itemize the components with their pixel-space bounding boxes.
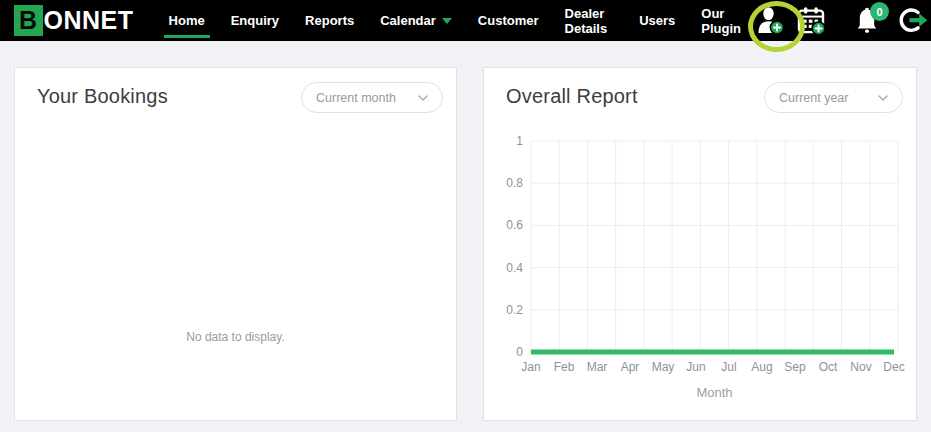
- report-card-title: Overall Report: [506, 85, 638, 108]
- notifications-button[interactable]: 0: [852, 5, 883, 36]
- empty-state-message: No data to display.: [15, 330, 456, 344]
- nav-item-reports[interactable]: Reports: [292, 0, 367, 41]
- add-booking-button[interactable]: [795, 5, 826, 36]
- svg-text:Aug: Aug: [751, 360, 772, 374]
- report-period-value: Current year: [779, 91, 848, 105]
- overall-report-card: Overall Report Current year 00.20.40.60.…: [483, 67, 917, 421]
- svg-text:Mar: Mar: [587, 360, 608, 374]
- svg-text:0.2: 0.2: [506, 303, 523, 317]
- svg-text:0.8: 0.8: [506, 176, 523, 190]
- add-user-button[interactable]: [754, 5, 785, 36]
- svg-text:Nov: Nov: [850, 360, 871, 374]
- navbar-actions: 0: [754, 5, 931, 36]
- main-nav: HomeEnquiryReportsCalendarCustomerDealer…: [156, 0, 754, 41]
- nav-item-dealer-details[interactable]: Dealer Details: [552, 0, 627, 41]
- svg-text:1: 1: [516, 134, 523, 148]
- chevron-down-icon: [878, 95, 888, 101]
- logout-icon: [898, 6, 928, 36]
- nav-item-home[interactable]: Home: [156, 0, 218, 41]
- logout-button[interactable]: [897, 5, 928, 36]
- notification-count-badge: 0: [870, 2, 889, 21]
- calendar-plus-icon: [796, 6, 826, 36]
- top-navbar: BONNET HomeEnquiryReportsCalendarCustome…: [0, 0, 931, 41]
- svg-text:Apr: Apr: [621, 360, 640, 374]
- bookings-period-value: Current month: [316, 91, 396, 105]
- bookings-card-title: Your Bookings: [37, 85, 168, 108]
- svg-text:Oct: Oct: [819, 360, 838, 374]
- nav-item-enquiry[interactable]: Enquiry: [218, 0, 292, 41]
- svg-text:0.4: 0.4: [506, 261, 523, 275]
- brand-logo[interactable]: BONNET: [14, 5, 134, 36]
- x-axis-label: Month: [696, 385, 732, 400]
- nav-item-customer[interactable]: Customer: [465, 0, 552, 41]
- svg-text:0.6: 0.6: [506, 218, 523, 232]
- nav-item-users[interactable]: Users: [626, 0, 688, 41]
- nav-item-our-plugin[interactable]: Our Plugin: [688, 0, 754, 41]
- svg-text:Sep: Sep: [784, 360, 806, 374]
- svg-text:May: May: [652, 360, 675, 374]
- caret-down-icon: [442, 18, 452, 24]
- bookings-period-select[interactable]: Current month: [301, 82, 443, 113]
- brand-logo-b: B: [14, 5, 43, 36]
- chevron-down-icon: [418, 95, 428, 101]
- svg-text:Feb: Feb: [554, 360, 575, 374]
- dashboard-page: BONNET HomeEnquiryReportsCalendarCustome…: [0, 0, 931, 432]
- nav-item-calendar[interactable]: Calendar: [367, 0, 465, 41]
- svg-text:Jul: Jul: [721, 360, 736, 374]
- your-bookings-card: Your Bookings Current month No data to d…: [14, 67, 457, 421]
- svg-text:Jan: Jan: [521, 360, 540, 374]
- svg-text:Jun: Jun: [686, 360, 705, 374]
- svg-text:0: 0: [516, 345, 523, 359]
- report-period-select[interactable]: Current year: [764, 82, 903, 113]
- person-plus-icon: [755, 6, 785, 36]
- overall-report-chart: 00.20.40.60.81JanFebMarAprMayJunJulAugSe…: [484, 128, 918, 418]
- svg-text:Dec: Dec: [883, 360, 904, 374]
- brand-logo-text: ONNET: [44, 6, 134, 35]
